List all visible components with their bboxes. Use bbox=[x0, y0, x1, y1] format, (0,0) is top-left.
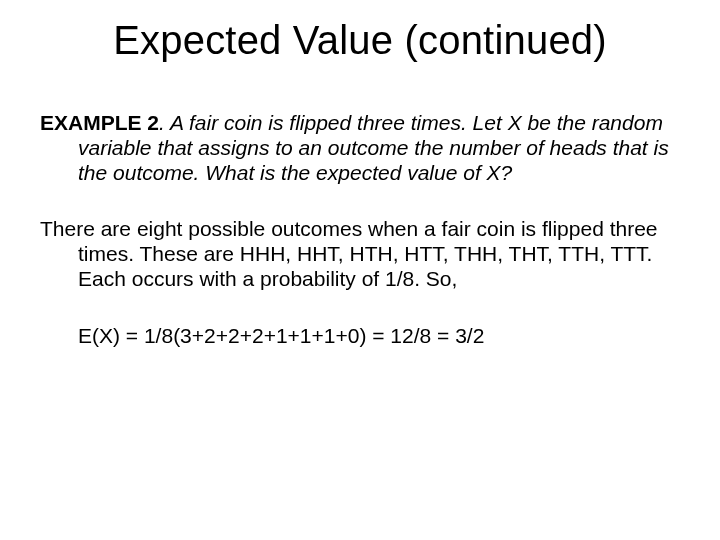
formula-line: E(X) = 1/8(3+2+2+2+1+1+1+0) = 12/8 = 3/2 bbox=[40, 324, 680, 349]
example-paragraph: EXAMPLE 2. A fair coin is flipped three … bbox=[40, 111, 680, 185]
slide-title: Expected Value (continued) bbox=[40, 18, 680, 63]
explanation-paragraph: There are eight possible outcomes when a… bbox=[40, 217, 680, 291]
slide-body: EXAMPLE 2. A fair coin is flipped three … bbox=[40, 111, 680, 348]
slide: Expected Value (continued) EXAMPLE 2. A … bbox=[0, 0, 720, 540]
problem-text: . A fair coin is flipped three times. Le… bbox=[78, 111, 669, 184]
dot: . bbox=[159, 111, 170, 134]
example-label: EXAMPLE 2 bbox=[40, 111, 159, 134]
